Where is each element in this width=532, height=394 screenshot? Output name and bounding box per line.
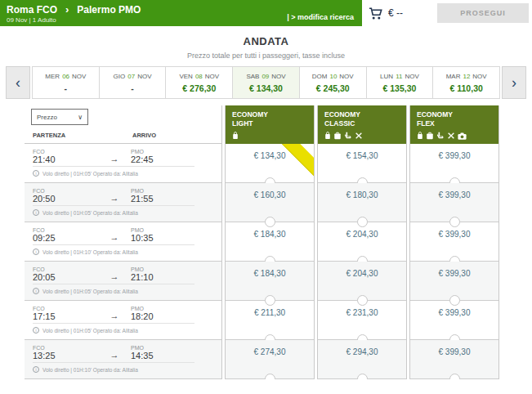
- fare-cell[interactable]: € 180,30: [318, 183, 406, 222]
- departure-time: 20:50: [33, 194, 98, 204]
- flight-arrow-icon: →: [98, 227, 131, 243]
- fare-cell[interactable]: € 399,30: [410, 301, 498, 340]
- flight-info-text: Volo diretto | 01H:05' Operato da: Alita…: [42, 171, 138, 177]
- sort-dropdown[interactable]: Prezzo ∨: [31, 109, 88, 125]
- flight-times: FCO09:25 → PMO10:35: [33, 222, 194, 245]
- flight-results-page: Roma FCO › Palermo PMO 09 Nov | 1 Adulto…: [0, 0, 532, 394]
- chevron-right-icon: ›: [65, 3, 69, 16]
- fare-column-header: ECONOMY CLASSIC: [318, 105, 406, 144]
- fare-cell[interactable]: € 204,30: [318, 262, 406, 301]
- fare-cell[interactable]: € 399,30: [410, 222, 498, 262]
- fare-column-economy-classic: ECONOMY CLASSIC € 154,30 € 180,30 € 204,…: [317, 105, 407, 379]
- fare-cell[interactable]: € 399,30: [410, 262, 498, 301]
- date-option-ven-08[interactable]: VEN08NOV € 276,30: [166, 67, 233, 98]
- fare-cell[interactable]: € 274,30: [226, 340, 314, 379]
- fare-column-economy-light: ECONOMY LIGHT € 134,30 € 160,30 € 184,30…: [225, 105, 315, 379]
- fare-cell[interactable]: € 294,30: [318, 340, 406, 379]
- arrival-time: 10:35: [131, 233, 154, 243]
- fare-price: € 399,30: [410, 347, 498, 356]
- fare-column-economy-flex: ECONOMY FLEX € 399,30 € 399,30 € 399,30 …: [409, 105, 499, 379]
- flight-row: FCO20:50 → PMO21:55 iVolo diretto | 01H:…: [25, 183, 221, 222]
- date-price: € 135,30: [367, 83, 433, 93]
- flight-info-text: Volo diretto | 01H:05' Operato da: Alita…: [42, 289, 138, 294]
- date-option-sab-09-selected[interactable]: SAB09NOV € 134,30: [233, 67, 300, 98]
- fare-price: € 204,30: [318, 230, 406, 239]
- date-option-mar-12[interactable]: MAR12NOV € 110,30: [433, 67, 500, 98]
- outbound-section-header: ANDATA Prezzo totale per tutti i passegg…: [0, 35, 532, 60]
- next-dates-button[interactable]: ›: [502, 66, 526, 99]
- chevron-down-icon: ∨: [78, 114, 83, 121]
- date-label: DOM10NOV: [300, 73, 366, 80]
- fare-cell[interactable]: € 399,30: [410, 183, 498, 222]
- fare-price: € 184,30: [226, 269, 314, 278]
- fare-cell[interactable]: € 154,30: [318, 144, 406, 183]
- fare-price: € 134,30: [226, 151, 314, 160]
- continue-button[interactable]: PROSEGUI: [437, 3, 529, 23]
- flight-arrow-icon: →: [98, 345, 131, 360]
- info-icon[interactable]: i: [33, 288, 39, 294]
- modify-search-link[interactable]: | > modifica ricerca: [287, 13, 362, 26]
- fare-table: Prezzo ∨ PARTENZA ARRIVO FCO21:40 → PMO2…: [25, 105, 499, 379]
- booking-header: Roma FCO › Palermo PMO 09 Nov | 1 Adulto…: [0, 0, 532, 26]
- fare-price: € 231,30: [318, 308, 406, 317]
- arrival-time: 21:55: [131, 194, 154, 204]
- flight-times: FCO21:40 → PMO22:45: [33, 144, 194, 167]
- departure-airport-code: FCO: [33, 149, 98, 154]
- fare-cell[interactable]: € 399,30: [410, 144, 498, 183]
- arrival-airport-code: PMO: [131, 188, 154, 194]
- fare-cell[interactable]: € 184,30: [226, 222, 314, 262]
- fare-cell[interactable]: € 231,30: [318, 301, 406, 340]
- date-price: € 245,30: [300, 83, 366, 93]
- flight-arrow-icon: →: [98, 149, 131, 164]
- date-price: € 276,30: [166, 83, 232, 93]
- fare-name-line1: ECONOMY: [232, 110, 314, 119]
- info-icon[interactable]: i: [33, 366, 39, 373]
- fare-price: € 154,30: [318, 151, 406, 160]
- info-icon[interactable]: i: [33, 248, 39, 255]
- flight-row: FCO09:25 → PMO10:35 iVolo diretto | 01H:…: [25, 222, 221, 262]
- date-option-gio-07[interactable]: GIO07NOV -: [100, 67, 167, 98]
- fare-cell[interactable]: € 184,30: [226, 262, 314, 301]
- date-option-lun-11[interactable]: LUN11NOV € 135,30: [367, 67, 434, 98]
- fare-cell[interactable]: € 204,30: [318, 222, 406, 262]
- date-option-dom-10[interactable]: DOM10NOV € 245,30: [300, 67, 367, 98]
- info-icon[interactable]: i: [33, 170, 39, 177]
- fare-radio[interactable]: [357, 374, 368, 379]
- date-label: SAB09NOV: [233, 73, 299, 80]
- flight-row: FCO13:25 → PMO14:35 iVolo diretto | 01H:…: [25, 340, 221, 379]
- arrival-airport-code: PMO: [131, 149, 154, 154]
- departure-airport-code: FCO: [33, 188, 98, 194]
- info-icon[interactable]: i: [33, 327, 39, 334]
- fare-price: € 399,30: [410, 190, 498, 199]
- date-price: € 110,30: [433, 83, 499, 93]
- origin-label: Roma FCO: [7, 4, 57, 16]
- fare-radio[interactable]: [265, 374, 275, 379]
- fare-name-line2: CLASSIC: [324, 119, 406, 128]
- sort-dropdown-value: Prezzo: [37, 114, 57, 121]
- route-summary: Roma FCO › Palermo PMO 09 Nov | 1 Adulto: [0, 0, 141, 26]
- fare-cell[interactable]: € 134,30: [226, 144, 314, 183]
- fare-cell[interactable]: € 160,30: [226, 183, 314, 222]
- date-option-mer-06[interactable]: MER06NOV -: [32, 67, 100, 98]
- page-title: ANDATA: [0, 35, 532, 47]
- cart-widget[interactable]: € --: [369, 7, 403, 20]
- fare-radio[interactable]: [449, 374, 460, 379]
- fare-cell[interactable]: € 211,30: [226, 301, 314, 340]
- info-icon[interactable]: i: [33, 209, 39, 216]
- date-label: GIO07NOV: [100, 73, 166, 80]
- flight-row: FCO21:40 → PMO22:45 iVolo diretto | 01H:…: [25, 144, 221, 183]
- fare-price: € 399,30: [410, 151, 498, 160]
- prev-dates-button[interactable]: ‹: [6, 66, 30, 99]
- handbag-icon: [324, 131, 331, 141]
- date-price: -: [33, 83, 99, 93]
- fare-cell[interactable]: € 399,30: [410, 340, 498, 379]
- cart-icon: [369, 7, 383, 20]
- flight-times: FCO20:05 → PMO21:10: [33, 262, 194, 284]
- date-price: € 134,30: [233, 83, 299, 93]
- handbag-icon: [232, 131, 239, 141]
- flight-arrow-icon: →: [98, 306, 131, 321]
- flight-times: FCO13:25 → PMO14:35: [33, 340, 194, 363]
- fare-name-line1: ECONOMY: [417, 110, 498, 119]
- arrival-time: 21:10: [131, 272, 154, 282]
- departure-time: 13:25: [33, 351, 98, 360]
